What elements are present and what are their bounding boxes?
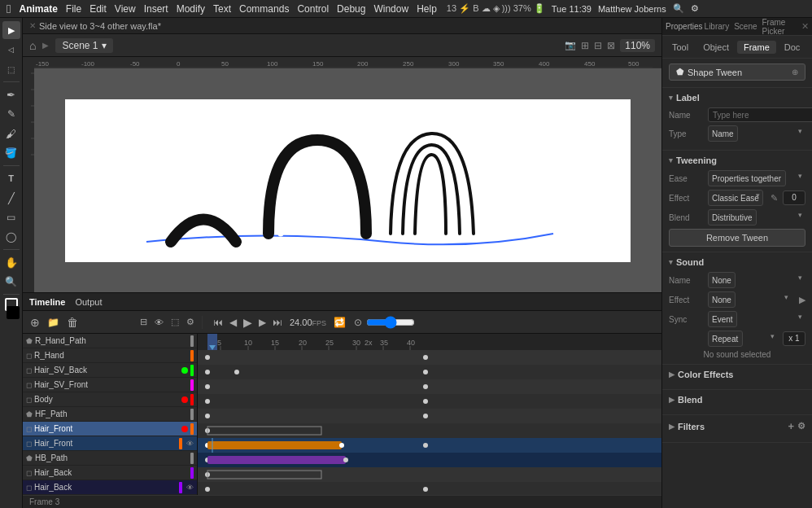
stage[interactable] bbox=[65, 99, 631, 262]
layer-row[interactable]: ⬟ R_Hand_Path bbox=[23, 334, 197, 348]
layer-row[interactable]: ◻ Body bbox=[23, 392, 197, 407]
sound-name-select[interactable]: None bbox=[708, 272, 736, 288]
tool-free-transform[interactable]: ⬚ bbox=[2, 60, 20, 78]
sound-effect-select[interactable]: None bbox=[708, 291, 736, 308]
tool-select[interactable]: ▶ bbox=[2, 21, 20, 39]
grid-icon[interactable]: ⊞ bbox=[581, 40, 589, 51]
tool-brush[interactable]: 🖌 bbox=[2, 125, 20, 142]
canvas-area[interactable] bbox=[34, 68, 661, 292]
file-tab[interactable]: ✕ Side view to 3~4 other way.fla* bbox=[29, 21, 161, 31]
play-back-btn[interactable]: ◀ bbox=[227, 317, 239, 328]
onion-skin-btn[interactable]: ⊙ bbox=[351, 317, 365, 328]
folder-btn[interactable]: 📁 bbox=[45, 317, 62, 328]
frame-picker-title[interactable]: Frame Picker bbox=[762, 18, 797, 36]
magnet-icon[interactable]: ⊠ bbox=[607, 40, 615, 51]
menu-help[interactable]: Help bbox=[417, 3, 437, 15]
eye-all-btn[interactable]: 👁 bbox=[152, 318, 166, 327]
tool-subselect[interactable]: ◁ bbox=[2, 41, 20, 59]
tool-text[interactable]: T bbox=[2, 169, 20, 187]
label-name-input[interactable] bbox=[708, 107, 812, 122]
effect-value[interactable]: 0 bbox=[783, 190, 805, 205]
scene-title[interactable]: Scene bbox=[734, 22, 757, 31]
skip-forward-btn[interactable]: ⏭ bbox=[270, 317, 285, 328]
menu-control[interactable]: Control bbox=[297, 3, 329, 15]
layer-row[interactable]: ◻ Hair_SV_Back bbox=[23, 363, 197, 378]
layer-row[interactable]: ⬟ HF_Path bbox=[23, 407, 197, 422]
zoom-display[interactable]: 110% bbox=[620, 39, 655, 52]
frame-track[interactable] bbox=[198, 394, 661, 409]
new-layer-btn[interactable]: ⊕ bbox=[28, 316, 42, 329]
snap-icon[interactable]: ⊟ bbox=[594, 40, 602, 51]
layer-row[interactable]: ◻ Hair_Back 👁 bbox=[23, 480, 197, 495]
outline-all-btn[interactable]: ⬚ bbox=[168, 317, 181, 327]
add-filter-icon[interactable]: + bbox=[788, 420, 794, 432]
control-center-icon[interactable]: ⚙ bbox=[691, 3, 699, 14]
blend-select[interactable]: Distributive bbox=[708, 209, 757, 226]
filters-section-header[interactable]: ▶ Filters + ⚙ bbox=[669, 420, 805, 432]
frame-track[interactable] bbox=[198, 350, 661, 365]
tab-tool[interactable]: Tool bbox=[666, 41, 695, 54]
loop-btn[interactable]: 🔁 bbox=[331, 317, 348, 328]
tool-hand[interactable]: ✋ bbox=[2, 253, 20, 271]
app-name[interactable]: Animate bbox=[19, 3, 57, 15]
label-section-header[interactable]: ▾ Label bbox=[669, 93, 805, 103]
layer-row[interactable]: ◻ Hair_Back bbox=[23, 466, 197, 480]
tool-paint-bucket[interactable]: 🪣 bbox=[2, 144, 20, 162]
menu-view[interactable]: View bbox=[115, 3, 136, 15]
tab-output[interactable]: Output bbox=[75, 297, 102, 307]
frame-track[interactable] bbox=[198, 365, 661, 379]
menu-commands[interactable]: Commands bbox=[239, 3, 289, 15]
menu-text[interactable]: Text bbox=[213, 3, 231, 15]
delete-layer-btn[interactable]: 🗑 bbox=[64, 316, 81, 329]
tool-pen[interactable]: ✒ bbox=[2, 85, 20, 103]
menu-insert[interactable]: Insert bbox=[144, 3, 168, 15]
tool-pencil[interactable]: ✎ bbox=[2, 105, 20, 123]
tool-oval[interactable]: ◯ bbox=[2, 228, 20, 246]
remove-tween-button[interactable]: Remove Tween bbox=[669, 229, 805, 247]
tab-timeline[interactable]: Timeline bbox=[29, 297, 65, 307]
timeline-zoom-slider[interactable] bbox=[366, 318, 415, 326]
menu-debug[interactable]: Debug bbox=[337, 3, 365, 15]
search-icon[interactable]: 🔍 bbox=[673, 3, 684, 14]
filter-settings-icon[interactable]: ⚙ bbox=[797, 421, 805, 431]
camera-icon[interactable]: 📷 bbox=[565, 40, 576, 50]
tool-fill-color[interactable] bbox=[7, 306, 20, 319]
frame-track[interactable] bbox=[198, 482, 661, 495]
layer-row[interactable]: ◻ Hair_Front 👁 bbox=[23, 436, 197, 451]
play-forward-btn[interactable]: ▶ bbox=[256, 317, 268, 328]
tweening-section-header[interactable]: ▾ Tweening bbox=[669, 155, 805, 165]
shape-tween-button[interactable]: ⬟ Shape Tween ⊕ bbox=[669, 64, 805, 81]
apple-menu[interactable]:  bbox=[7, 2, 11, 15]
panel-collapse-icon[interactable]: ✕ bbox=[801, 21, 809, 32]
home-button[interactable]: ⌂ bbox=[29, 39, 36, 52]
layer-row-selected[interactable]: ◻ Hair_Front bbox=[23, 422, 197, 436]
sync-select[interactable]: Event bbox=[708, 311, 737, 327]
tool-line[interactable]: ╱ bbox=[2, 189, 20, 207]
layer-row[interactable]: ◻ Hair_SV_Front bbox=[23, 378, 197, 392]
sound-section-header[interactable]: ▾ Sound bbox=[669, 257, 805, 267]
library-title[interactable]: Library bbox=[705, 22, 730, 31]
tab-object[interactable]: Object bbox=[696, 41, 736, 54]
menu-modify[interactable]: Modify bbox=[177, 3, 205, 15]
sound-effect-play-icon[interactable]: ▶ bbox=[799, 295, 805, 305]
repeat-select[interactable]: Repeat bbox=[708, 331, 743, 347]
frame-track[interactable] bbox=[198, 467, 661, 482]
tool-zoom[interactable]: 🔍 bbox=[2, 273, 20, 291]
scene-name-dropdown[interactable]: Scene 1 ▾ bbox=[55, 38, 112, 53]
frame-track[interactable] bbox=[198, 453, 661, 467]
effect-select[interactable]: Classic Ease bbox=[708, 190, 763, 206]
lock-all-btn[interactable]: ⊟ bbox=[138, 317, 150, 327]
menu-edit[interactable]: Edit bbox=[89, 3, 107, 15]
label-type-select[interactable]: Name bbox=[708, 125, 738, 142]
frame-track[interactable] bbox=[198, 438, 661, 453]
file-close-icon[interactable]: ✕ bbox=[29, 21, 36, 30]
blend-section-header[interactable]: ▶ Blend bbox=[669, 395, 805, 405]
edit-effect-icon[interactable]: ✎ bbox=[771, 193, 778, 204]
color-effects-header[interactable]: ▶ Color Effects bbox=[669, 370, 805, 379]
layer-row[interactable]: ◻ R_Hand bbox=[23, 348, 197, 363]
play-btn[interactable]: ▶ bbox=[241, 316, 255, 329]
repeat-count[interactable]: x 1 bbox=[783, 331, 805, 346]
menu-file[interactable]: File bbox=[66, 3, 81, 15]
skip-back-btn[interactable]: ⏮ bbox=[211, 317, 225, 328]
frames-panel[interactable]: 2x 5 10 15 20 25 30 35 40 bbox=[198, 334, 661, 495]
